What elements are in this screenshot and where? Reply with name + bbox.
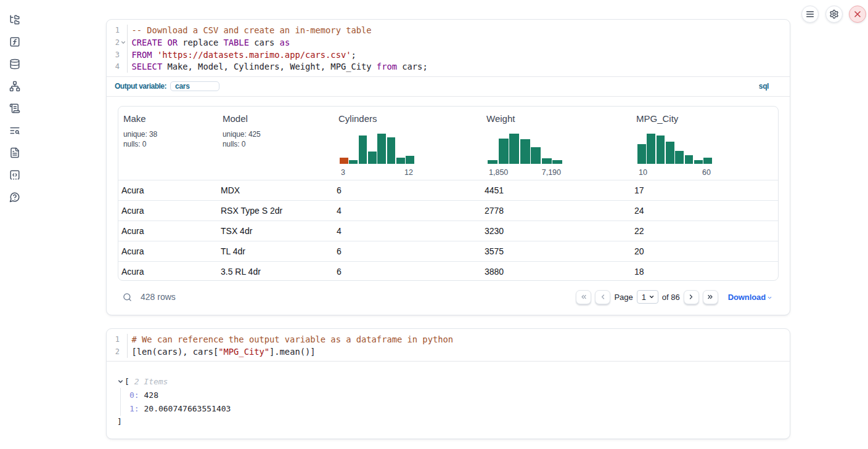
page-total-label: of 86 xyxy=(662,293,680,302)
sidebar-item-variables[interactable] xyxy=(4,31,26,53)
menu-button[interactable] xyxy=(801,6,819,23)
stat-unique: unique: 38 xyxy=(123,129,214,139)
cell-model: RSX Type S 2dr xyxy=(218,206,334,216)
histogram-axis-labels: 312 xyxy=(340,168,414,177)
search-icon[interactable] xyxy=(123,293,132,302)
text-search-icon xyxy=(9,125,20,136)
axis-max-label: 7,190 xyxy=(542,168,561,177)
cell-cylinders: 4 xyxy=(334,206,481,216)
code-editor-sql[interactable]: 1 2 3 4 -- Download a CSV and create an … xyxy=(107,20,790,76)
code-editor-python[interactable]: 1 2 # We can reference the output variab… xyxy=(107,329,790,361)
sql-keyword: CREATE OR xyxy=(132,38,178,47)
tree-key: 0: xyxy=(129,390,144,400)
next-page-button[interactable] xyxy=(684,290,699,304)
help-bubble-icon xyxy=(9,192,20,203)
sql-keyword: TABLE xyxy=(224,38,249,47)
network-icon xyxy=(9,81,20,92)
sidebar-item-help[interactable] xyxy=(4,186,26,208)
table-row[interactable]: Acura3.5 RL 4dr6388018 xyxy=(118,261,778,281)
column-header-weight[interactable]: Weight 1,8507,190 xyxy=(481,107,631,180)
code-line: [len(cars), cars["MPG_City"].mean()] xyxy=(132,346,790,358)
axis-max-label: 12 xyxy=(404,168,413,177)
settings-button[interactable] xyxy=(825,6,843,23)
code-line: SELECT Make, Model, Cylinders, Weight, M… xyxy=(132,61,790,73)
weight-histogram[interactable] xyxy=(488,133,562,164)
column-header-make[interactable]: Make unique: 38nulls: 0 xyxy=(118,107,218,180)
column-title: Make xyxy=(123,113,214,124)
fold-chevron-icon[interactable] xyxy=(120,40,127,45)
cell-weight: 3230 xyxy=(481,226,631,236)
close-bracket-row: ] xyxy=(117,416,790,427)
sql-text xyxy=(152,50,157,60)
tree-value: 428 xyxy=(144,390,158,400)
cylinders-histogram[interactable] xyxy=(340,133,414,164)
table-header-row: Make unique: 38nulls: 0 Model unique: 42… xyxy=(118,107,778,180)
cell-weight: 3880 xyxy=(481,267,631,277)
folder-tree-icon xyxy=(9,14,20,25)
python-comment: # We can reference the output variable a… xyxy=(132,334,454,344)
square-function-icon xyxy=(9,36,20,47)
helper-sidebar xyxy=(0,0,30,449)
notebook-actions xyxy=(801,6,866,23)
cell-output-tree: [ 2 Items 0: 428 1: 20.060747663551403 ] xyxy=(107,361,790,427)
code-line: CREATE OR replace TABLE cars as xyxy=(132,36,790,49)
sidebar-item-datasets[interactable] xyxy=(4,53,26,75)
histogram-axis-labels: 1060 xyxy=(637,168,712,177)
tree-children: 0: 428 1: 20.060747663551403 xyxy=(120,388,790,416)
code-content: # We can reference the output variable a… xyxy=(128,334,790,358)
sidebar-item-logs[interactable] xyxy=(4,97,26,119)
table-row[interactable]: AcuraMDX6445117 xyxy=(118,180,778,200)
cell-mpg-city: 24 xyxy=(631,206,778,216)
cell-make: Acura xyxy=(118,267,218,277)
menu-icon xyxy=(805,9,815,19)
table-row[interactable]: AcuraRSX Type S 2dr4277824 xyxy=(118,200,778,220)
line-number-gutter: 1 2 3 4 xyxy=(107,25,128,73)
data-table: Make unique: 38nulls: 0 Model unique: 42… xyxy=(118,106,779,281)
previous-page-button[interactable] xyxy=(595,290,610,304)
cell-model: MDX xyxy=(218,185,334,195)
cell-model: TL 4dr xyxy=(218,246,334,256)
column-title: MPG_City xyxy=(636,113,774,124)
tree-root-row[interactable]: [ 2 Items xyxy=(117,375,790,388)
sql-keyword: FROM xyxy=(132,50,152,60)
sidebar-item-dependencies[interactable] xyxy=(4,75,26,97)
last-page-button[interactable] xyxy=(703,290,718,304)
axis-min-label: 3 xyxy=(341,168,345,177)
page-label: Page xyxy=(614,293,633,302)
first-page-button[interactable] xyxy=(576,290,591,304)
chevron-down-icon[interactable] xyxy=(117,378,124,385)
column-title: Weight xyxy=(486,113,628,124)
table-row[interactable]: AcuraTL 4dr6357520 xyxy=(118,241,778,261)
sidebar-item-file-explorer[interactable] xyxy=(4,9,26,31)
cell-mpg-city: 22 xyxy=(631,226,778,236)
database-icon xyxy=(9,59,20,70)
python-text: ].mean()] xyxy=(269,347,316,357)
sidebar-item-outline[interactable] xyxy=(4,142,26,164)
column-header-cylinders[interactable]: Cylinders 312 xyxy=(334,107,481,180)
sidebar-item-snippets[interactable] xyxy=(4,164,26,186)
shutdown-button[interactable] xyxy=(849,6,866,23)
page-select[interactable]: 1 xyxy=(637,290,658,304)
python-text: [len(cars), cars[ xyxy=(132,347,219,357)
cell-cylinders: 6 xyxy=(334,246,481,256)
sidebar-item-documentation[interactable] xyxy=(4,119,26,142)
language-tag[interactable]: sql xyxy=(759,82,769,91)
open-bracket: [ xyxy=(125,377,129,386)
axis-min-label: 1,850 xyxy=(489,168,508,177)
table-row[interactable]: AcuraTSX 4dr4323022 xyxy=(118,220,778,241)
sql-text: replace xyxy=(178,38,224,47)
column-header-mpg-city[interactable]: MPG_City 1060 xyxy=(631,107,778,180)
items-count-label: 2 Items xyxy=(129,377,168,386)
line-number: 3 xyxy=(107,51,120,59)
cell-mpg-city: 17 xyxy=(631,185,778,195)
tree-entry: 1: 20.060747663551403 xyxy=(129,402,790,416)
page-value: 1 xyxy=(642,293,646,302)
line-number: 2 xyxy=(107,38,120,47)
output-variable-label: Output variable: xyxy=(115,82,166,91)
mpg-city-histogram[interactable] xyxy=(637,133,712,164)
cell-weight: 3575 xyxy=(481,246,631,256)
download-button[interactable]: Download xyxy=(728,293,772,302)
column-header-model[interactable]: Model unique: 425nulls: 0 xyxy=(218,107,334,180)
cell-mpg-city: 20 xyxy=(631,246,778,256)
output-variable-input[interactable] xyxy=(170,81,219,91)
